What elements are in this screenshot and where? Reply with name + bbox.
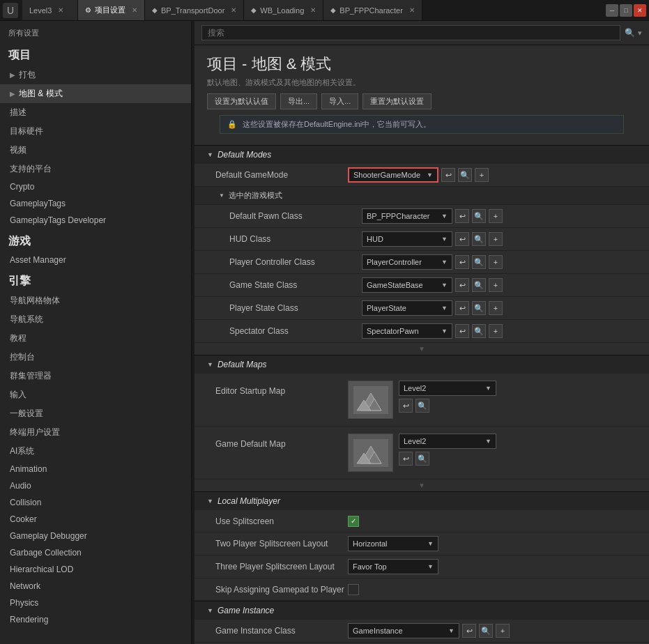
search-pc-button[interactable]: 🔍	[472, 255, 486, 269]
player-state-dropdown[interactable]: PlayerState ▼	[362, 300, 452, 316]
pawn-dropdown[interactable]: BP_FPPCharacter ▼	[362, 208, 452, 224]
sidebar-item-rendering[interactable]: Rendering	[0, 611, 191, 628]
skip-gamepad-checkbox[interactable]	[348, 584, 359, 595]
sidebar-item-hlod[interactable]: Hierarchical LOD	[0, 561, 191, 578]
reset-editor-map-button[interactable]: ↩	[399, 399, 413, 413]
reset-gi-button[interactable]: ↩	[462, 624, 476, 638]
sidebar-item-ai[interactable]: AI系统	[0, 442, 191, 461]
sidebar-item-gc[interactable]: Garbage Collection	[0, 544, 191, 561]
tab-project-settings[interactable]: ⚙ 项目设置 ✕	[78, 0, 145, 20]
tab-close[interactable]: ✕	[310, 6, 316, 14]
sidebar-item-asset-manager[interactable]: Asset Manager	[0, 252, 191, 268]
search-icon[interactable]: 🔍	[625, 28, 635, 38]
game-state-dropdown[interactable]: GameStateBase ▼	[362, 277, 452, 293]
tab-close[interactable]: ✕	[231, 6, 236, 14]
section-header-default-modes[interactable]: ▼ Default Modes	[194, 145, 649, 164]
add-hud-button[interactable]: +	[489, 232, 503, 246]
maximize-button[interactable]: □	[620, 4, 632, 17]
editor-map-dropdown[interactable]: Level2 ▼	[399, 381, 496, 396]
sidebar-item-target-hardware[interactable]: 目标硬件	[0, 122, 191, 141]
content-scroll[interactable]: ▼ Default Modes Default GameMode Shooter…	[194, 145, 649, 644]
tab-bp-transport[interactable]: ◆ BP_TransportDoor ✕	[145, 0, 244, 20]
sidebar-item-collision[interactable]: Collision	[0, 494, 191, 511]
sidebar-item-crypto[interactable]: Crypto	[0, 178, 191, 195]
search-hud-button[interactable]: 🔍	[472, 232, 486, 246]
search-ps-button[interactable]: 🔍	[472, 301, 486, 315]
import-button[interactable]: 导入...	[321, 93, 358, 109]
splitscreen-checkbox[interactable]: ✓	[348, 516, 359, 527]
search-game-map-button[interactable]: 🔍	[415, 452, 429, 466]
search-editor-map-button[interactable]: 🔍	[415, 399, 429, 413]
reset-hud-button[interactable]: ↩	[455, 232, 469, 246]
search-options[interactable]: ▾	[638, 29, 642, 38]
sidebar-item-end-user[interactable]: 终端用户设置	[0, 423, 191, 442]
search-pawn-button[interactable]: 🔍	[472, 209, 486, 223]
add-pawn-button[interactable]: +	[489, 209, 503, 223]
sidebar-item-platforms[interactable]: 支持的平台	[0, 160, 191, 178]
add-gi-button[interactable]: +	[496, 624, 510, 638]
add-gs-button[interactable]: +	[489, 278, 503, 292]
hud-dropdown[interactable]: HUD ▼	[362, 231, 452, 247]
dropdown-arrow-icon: ▼	[441, 328, 448, 335]
sidebar-item-gameplay-tags[interactable]: GameplayTags	[0, 195, 191, 212]
game-map-dropdown[interactable]: Level2 ▼	[399, 434, 496, 449]
reset-ps-button[interactable]: ↩	[455, 301, 469, 315]
sidebar-item-network[interactable]: Network	[0, 578, 191, 595]
sidebar-item-cluster-manager[interactable]: 群集管理器	[0, 367, 191, 385]
subsection-selected-mode[interactable]: ▼ 选中的游戏模式	[194, 187, 649, 205]
sidebar-item-maps-modes[interactable]: ▶ 地图 & 模式	[0, 84, 191, 103]
export-button[interactable]: 导出...	[280, 93, 317, 109]
spectator-dropdown[interactable]: SpectatorPawn ▼	[362, 323, 452, 339]
sidebar-item-packaging[interactable]: ▶ 打包	[0, 66, 191, 84]
sidebar-item-general[interactable]: 一般设置	[0, 404, 191, 423]
reset-gamemode-button[interactable]: ↩	[441, 168, 455, 182]
search-spec-button[interactable]: 🔍	[472, 324, 486, 338]
three-player-dropdown[interactable]: Favor Top ▼	[348, 559, 438, 574]
reset-pc-button[interactable]: ↩	[455, 255, 469, 269]
tab-label: 项目设置	[95, 5, 125, 15]
tab-bp-fpp[interactable]: ◆ BP_FPPCharacter ✕	[323, 0, 422, 20]
tab-close[interactable]: ✕	[58, 6, 63, 14]
tab-close[interactable]: ✕	[132, 6, 137, 14]
sidebar-item-nav-mesh[interactable]: 导航网格物体	[0, 291, 191, 310]
minimize-button[interactable]: ─	[606, 4, 618, 17]
add-spec-button[interactable]: +	[489, 324, 503, 338]
sidebar-item-audio[interactable]: Audio	[0, 477, 191, 494]
search-gs-button[interactable]: 🔍	[472, 278, 486, 292]
sidebar-item-nav-system[interactable]: 导航系统	[0, 310, 191, 329]
section-header-local-multiplayer[interactable]: ▼ Local Multiplayer	[194, 491, 649, 510]
game-instance-dropdown[interactable]: GameInstance ▼	[348, 623, 459, 638]
reset-gs-button[interactable]: ↩	[455, 278, 469, 292]
gamemode-dropdown[interactable]: ShooterGameMode ▼	[348, 167, 438, 183]
sidebar-item-gameplay-debugger[interactable]: Gameplay Debugger	[0, 528, 191, 544]
reset-defaults-button[interactable]: 重置为默认设置	[362, 93, 432, 109]
section-header-game-instance[interactable]: ▼ Game Instance	[194, 601, 649, 620]
add-pc-button[interactable]: +	[489, 255, 503, 269]
close-button[interactable]: ✕	[634, 4, 646, 17]
search-input[interactable]	[201, 25, 620, 40]
sidebar-item-input[interactable]: 输入	[0, 385, 191, 404]
set-default-button[interactable]: 设置为默认认值	[207, 93, 276, 109]
search-gamemode-button[interactable]: 🔍	[458, 168, 472, 182]
add-ps-button[interactable]: +	[489, 301, 503, 315]
sidebar-item-video[interactable]: 视频	[0, 141, 191, 160]
player-controller-dropdown[interactable]: PlayerController ▼	[362, 254, 452, 270]
sidebar-item-gameplay-tags-dev[interactable]: GameplayTags Developer	[0, 212, 191, 229]
tab-level3[interactable]: Level3 ✕	[22, 0, 78, 20]
reset-pawn-button[interactable]: ↩	[455, 209, 469, 223]
sidebar-item-physics[interactable]: Physics	[0, 595, 191, 611]
sidebar-item-description[interactable]: 描述	[0, 103, 191, 122]
search-gi-button[interactable]: 🔍	[479, 624, 493, 638]
tab-wb-loading[interactable]: ◆ WB_Loading ✕	[244, 0, 323, 20]
sidebar-item-tutorials[interactable]: 教程	[0, 329, 191, 348]
tab-close[interactable]: ✕	[409, 6, 415, 14]
two-player-dropdown[interactable]: Horizontal ▼	[348, 536, 438, 551]
sidebar-all-settings[interactable]: 所有设置	[0, 21, 191, 43]
reset-spec-button[interactable]: ↩	[455, 324, 469, 338]
add-gamemode-button[interactable]: +	[475, 168, 489, 182]
sidebar-item-animation[interactable]: Animation	[0, 461, 191, 477]
reset-game-map-button[interactable]: ↩	[399, 452, 413, 466]
sidebar-item-cooker[interactable]: Cooker	[0, 511, 191, 528]
sidebar-item-console[interactable]: 控制台	[0, 348, 191, 367]
section-header-default-maps[interactable]: ▼ Default Maps	[194, 355, 649, 374]
